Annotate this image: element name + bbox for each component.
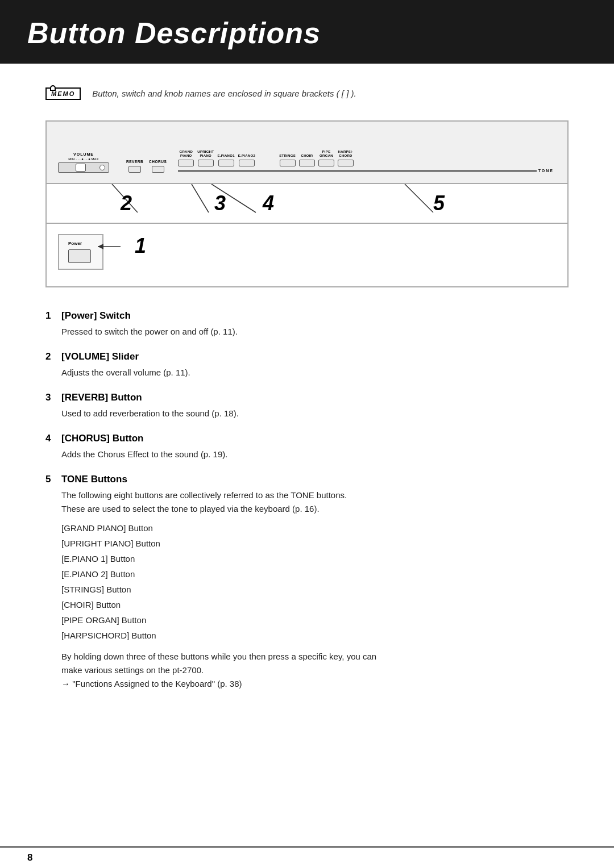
- desc-body-2: Adjusts the overall volume (p. 11).: [45, 366, 569, 379]
- tone-btn-upright-piano: UPRIGHTPIANO: [197, 150, 214, 166]
- desc-num-4: 4: [45, 433, 57, 444]
- power-button-diagram: [68, 249, 91, 263]
- tone-btn-pipe-organ: PIPEORGAN: [318, 150, 334, 166]
- volume-scale: MIN · · · ● · · ● MAX: [68, 157, 98, 161]
- svg-line-1: [192, 184, 209, 212]
- tone-label-epiano1: E.PIANO1: [217, 154, 234, 157]
- page-title: Button Descriptions: [27, 16, 587, 50]
- desc-title-1: [Power] Switch: [61, 310, 131, 322]
- volume-slider[interactable]: [58, 162, 109, 173]
- tone-btn-choir: CHOIR: [299, 154, 315, 166]
- desc-item-4: 4 [CHORUS] Button Adds the Chorus Effect…: [45, 433, 569, 461]
- svg-marker-5: [98, 244, 103, 249]
- panel-inner: VOLUME MIN · · · ● · · ● MAX REVERB: [58, 127, 556, 173]
- page-footer: 8: [0, 846, 614, 868]
- desc-title-5: TONE Buttons: [61, 474, 127, 485]
- desc-body-4: Adds the Chorus Effect to the sound (p. …: [45, 448, 569, 461]
- list-item-upright-piano: [UPRIGHT PIANO] Button: [61, 536, 569, 551]
- desc-title-4: [CHORUS] Button: [61, 433, 143, 444]
- desc-body-3: Used to add reverberation to the sound (…: [45, 407, 569, 420]
- power-label: Power: [68, 241, 82, 246]
- memo-block: MEMO Button, switch and knob names are e…: [45, 86, 569, 100]
- chorus-label: CHORUS: [149, 160, 167, 164]
- diagram-num-3: 3: [214, 191, 226, 215]
- diagram-num-1: 1: [135, 234, 146, 258]
- reverb-col: REVERB: [126, 160, 143, 173]
- desc-heading-3: 3 [REVERB] Button: [45, 392, 569, 403]
- list-item-epiano1: [E.PIANO 1] Button: [61, 551, 569, 566]
- chorus-button-diagram: [152, 166, 164, 173]
- reverb-label: REVERB: [126, 160, 143, 164]
- list-item-strings: [STRINGS] Button: [61, 582, 569, 597]
- tone-label-upright: UPRIGHTPIANO: [197, 150, 214, 157]
- main-content: MEMO Button, switch and knob names are e…: [0, 64, 614, 737]
- desc-heading-5: 5 TONE Buttons: [45, 474, 569, 485]
- desc-heading-1: 1 [Power] Switch: [45, 310, 569, 322]
- volume-label: VOLUME: [73, 152, 94, 156]
- tone-btn-epiano1: E.PIANO1: [217, 154, 234, 166]
- descriptions-section: 1 [Power] Switch Pressed to switch the p…: [45, 310, 569, 691]
- tone-group: GRANDPIANO UPRIGHTPIANO E.PIANO1 E.: [178, 150, 556, 173]
- tone-button-list: [GRAND PIANO] Button [UPRIGHT PIANO] But…: [45, 520, 569, 643]
- tone-btn-harpsichord: HARPSI-CHORD: [338, 150, 354, 166]
- vol-min: MIN: [68, 157, 74, 161]
- tone-btn-grand-piano: GRANDPIANO: [178, 150, 194, 166]
- list-item-grand-piano: [GRAND PIANO] Button: [61, 520, 569, 536]
- diagram-num-5: 5: [433, 191, 445, 215]
- desc-num-1: 1: [45, 310, 57, 322]
- desc-num-3: 3: [45, 392, 57, 403]
- desc-item-5: 5 TONE Buttons The following eight butto…: [45, 474, 569, 691]
- desc-item-3: 3 [REVERB] Button Used to add reverberat…: [45, 392, 569, 420]
- desc-body-5a: The following eight buttons are collecti…: [45, 489, 569, 516]
- tone-label-choir: CHOIR: [301, 154, 313, 157]
- memo-label: MEMO: [51, 90, 75, 97]
- desc-title-2: [VOLUME] Slider: [61, 351, 139, 362]
- top-panel: VOLUME MIN · · · ● · · ● MAX REVERB: [47, 122, 567, 184]
- desc-num-5: 5: [45, 474, 57, 485]
- number-row: 2 3 4 5: [47, 184, 567, 224]
- diagram-num-2: 2: [121, 191, 132, 215]
- list-item-epiano2: [E.PIANO 2] Button: [61, 566, 569, 582]
- svg-line-3: [405, 184, 433, 212]
- reverb-chorus-group: REVERB CHORUS: [126, 160, 167, 173]
- reverb-button-diagram: [128, 166, 141, 173]
- tone-bar-label: TONE: [537, 169, 556, 173]
- power-section-box: Power: [58, 234, 103, 270]
- volume-section: VOLUME MIN · · · ● · · ● MAX: [58, 152, 109, 173]
- desc-title-3: [REVERB] Button: [61, 392, 142, 403]
- chorus-col: CHORUS: [149, 160, 167, 173]
- tone-label-grand: GRANDPIANO: [180, 150, 193, 157]
- tone-label-pipe-organ: PIPEORGAN: [320, 150, 333, 157]
- list-item-pipe-organ: [PIPE ORGAN] Button: [61, 612, 569, 628]
- tone-buttons-row: GRANDPIANO UPRIGHTPIANO E.PIANO1 E.: [178, 150, 556, 166]
- tone-btn-epiano2: E.PIANO2: [238, 154, 255, 166]
- desc-item-2: 2 [VOLUME] Slider Adjusts the overall vo…: [45, 351, 569, 379]
- desc-num-2: 2: [45, 351, 57, 362]
- volume-indicator: [99, 165, 105, 170]
- power-connector: [98, 235, 132, 258]
- desc-body-1: Pressed to switch the power on and off (…: [45, 325, 569, 339]
- memo-text: Button, switch and knob names are enclos…: [92, 86, 356, 98]
- desc-heading-4: 4 [CHORUS] Button: [45, 433, 569, 444]
- page-number: 8: [27, 852, 32, 863]
- desc-item-1: 1 [Power] Switch Pressed to switch the p…: [45, 310, 569, 339]
- desc-body-5b: By holding down three of these buttons w…: [45, 650, 569, 691]
- list-item-choir: [CHOIR] Button: [61, 597, 569, 612]
- volume-knob[interactable]: [76, 164, 86, 172]
- tone-label-strings: STRINGS: [279, 154, 296, 157]
- list-item-harpsichord: [HARPSICHORD] Button: [61, 628, 569, 643]
- diagram-container: VOLUME MIN · · · ● · · ● MAX REVERB: [45, 120, 569, 287]
- diagram-num-4: 4: [263, 191, 274, 215]
- page-header: Button Descriptions: [0, 0, 614, 64]
- memo-icon-box: MEMO: [45, 87, 81, 100]
- tone-label-harpsichord: HARPSI-CHORD: [338, 150, 354, 157]
- memo-icon: MEMO: [45, 87, 81, 100]
- tone-label-epiano2: E.PIANO2: [238, 154, 255, 157]
- tone-btn-strings: STRINGS: [279, 154, 296, 166]
- desc-heading-2: 2 [VOLUME] Slider: [45, 351, 569, 362]
- bottom-panel: Power 1: [47, 224, 567, 286]
